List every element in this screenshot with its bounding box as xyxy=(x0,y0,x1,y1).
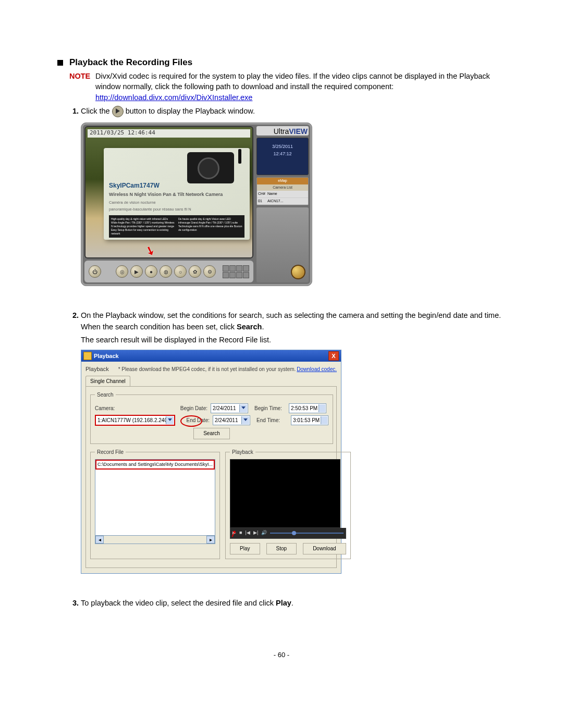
player-controls: ➚ ▶ ■ |◀ ▶| 🔊 xyxy=(230,528,346,539)
window-title: Playback xyxy=(94,352,119,361)
begin-date-value: 2/24/2011 xyxy=(213,404,236,412)
seek-track[interactable] xyxy=(270,533,343,534)
search-legend: Search xyxy=(95,391,116,399)
video-timestamp: 2011/03/25 12:46:44 xyxy=(88,129,250,138)
section-heading: Playback the Recording Files xyxy=(57,57,506,68)
begin-time-label: Begin Time: xyxy=(254,404,286,412)
red-arrow-icon: ➚ xyxy=(228,526,240,542)
layout-grid[interactable] xyxy=(223,265,249,278)
toolbar-btn-4[interactable]: ◍ xyxy=(160,265,172,278)
record-file-item[interactable]: C:\Documents and Settings\Cate\My Docume… xyxy=(95,460,215,470)
step2-text-c: The search result will be displayed in t… xyxy=(81,335,506,346)
titlebar: Playback X xyxy=(81,350,341,362)
playback-fieldset: Playback ➚ ▶ ■ |◀ ▶| 🔊 xyxy=(225,448,351,559)
begin-time-field[interactable]: 2:50:53 PM xyxy=(289,403,326,413)
note-text: Divx/Xvid codec is required for the syst… xyxy=(95,71,506,103)
toolbar-btn-1[interactable]: ◎ xyxy=(116,265,128,278)
ptz-knob-icon[interactable] xyxy=(291,265,305,279)
end-time-label: End Time: xyxy=(256,416,288,424)
camera-select[interactable]: 1:AICN1777W (192.168.2.240) xyxy=(95,415,175,426)
playback-window: Playback X Playback * Please download th… xyxy=(81,350,341,574)
logo-a: Ultra xyxy=(274,127,289,135)
download-codec-link[interactable]: Download codec. xyxy=(297,365,337,373)
tab-single-channel[interactable]: Single Channel xyxy=(85,376,130,386)
col-ch: CH# xyxy=(258,191,267,197)
begin-date-field[interactable]: 2/24/2011 xyxy=(211,403,248,413)
toolbar-btn-play[interactable]: ▶ xyxy=(130,265,143,278)
page-number: - 60 - xyxy=(57,651,506,659)
features-left: High-quality day & night vision with inf… xyxy=(111,217,175,236)
red-circle-icon xyxy=(180,415,202,427)
heading-bullet-icon xyxy=(57,60,63,66)
playback-label: Playback xyxy=(85,365,109,374)
step3-text-b: . xyxy=(291,599,293,607)
prev-icon[interactable]: |◀ xyxy=(246,529,250,537)
toolbar-btn-6[interactable]: ✿ xyxy=(189,265,201,278)
note-label: NOTE xyxy=(69,71,95,103)
col-name: Name xyxy=(267,191,277,197)
step3-text-a: To playback the video clip, select the d… xyxy=(81,599,276,607)
heading-text: Playback the Recording Files xyxy=(69,57,192,68)
search-fieldset: Search Camera: Begin Date: 2/24/2011 Beg… xyxy=(90,391,333,444)
step2-text-b: . xyxy=(262,323,264,331)
codec-msg: * Please download the MPEG4 codec, if it… xyxy=(118,365,297,373)
end-date-field[interactable]: 2/24/2011 xyxy=(213,415,250,425)
box-fr1: Caméra de vision nocturne xyxy=(109,200,244,205)
step1-text-b: button to display the Playback window. xyxy=(126,107,255,115)
download-button[interactable]: Download xyxy=(303,543,346,554)
record-file-list[interactable]: C:\Documents and Settings\Cate\My Docume… xyxy=(95,459,215,536)
features-right: De haute qualité day & night Vision avec… xyxy=(178,217,242,236)
toolbar-btn-7[interactable]: ⚙ xyxy=(203,265,216,278)
next-icon[interactable]: ▶| xyxy=(253,529,258,537)
video-view: 2011/03/25 12:46:44 SkyIPCam1747W Wirele… xyxy=(84,126,253,258)
ultraview-window: 2011/03/25 12:46:44 SkyIPCam1747W Wirele… xyxy=(81,122,312,286)
uv-toolbar: ⏻ ◎ ▶ ● ◍ ☼ ✿ ⚙ xyxy=(84,261,253,282)
product-box: SkyIPCam1747W Wireless N Night Vision Pa… xyxy=(104,148,250,240)
codec-link[interactable]: http://download.divx.com/divx/DivXInstal… xyxy=(95,93,252,102)
close-button[interactable]: X xyxy=(328,351,339,361)
vol-icon[interactable]: 🔊 xyxy=(261,529,267,537)
logo-b: VIEW xyxy=(289,127,308,135)
end-date-value: 2/24/2011 xyxy=(215,416,238,424)
side-time: 12:47:12 xyxy=(257,151,308,158)
h-scrollbar[interactable]: ◂ ▸ xyxy=(95,536,215,544)
note-block: NOTE Divx/Xvid codec is required for the… xyxy=(69,71,506,103)
step1-text-a: Click the xyxy=(81,107,112,115)
camera-row[interactable]: 01 AICN17... xyxy=(257,198,308,205)
step2-bold: Search xyxy=(237,323,262,331)
begin-date-label: Begin Date: xyxy=(176,404,207,412)
scroll-right-icon[interactable]: ▸ xyxy=(206,536,215,544)
cam-name: AICN17... xyxy=(267,199,283,204)
record-file-legend: Record File xyxy=(95,448,126,456)
playback-legend: Playback xyxy=(230,448,255,456)
window-icon xyxy=(83,352,92,360)
video-player xyxy=(230,459,340,528)
box-subtitle: Wireless N Night Vision Pan & Tilt Netwo… xyxy=(109,191,244,199)
step-1: Click the button to display the Playback… xyxy=(81,106,506,307)
search-button[interactable]: Search xyxy=(193,428,230,439)
ptz-controls[interactable] xyxy=(256,207,309,282)
toolbar-btn-5[interactable]: ☼ xyxy=(174,265,187,278)
begin-time-value: 2:50:53 PM xyxy=(291,404,317,412)
stop-icon[interactable]: ■ xyxy=(239,529,242,537)
camlist-header[interactable]: Camera List xyxy=(257,184,308,191)
red-arrow-icon: ➘ xyxy=(143,241,157,258)
camera-value: 1:AICN1777W (192.168.2.240) xyxy=(97,416,169,424)
step2-text-a: On the Playback window, set the conditio… xyxy=(81,311,501,331)
power-button[interactable]: ⏻ xyxy=(89,265,101,278)
scroll-left-icon[interactable]: ◂ xyxy=(95,536,104,544)
step3-bold: Play xyxy=(276,599,291,607)
end-date-label: End Date: xyxy=(178,416,210,424)
record-file-fieldset: Record File C:\Documents and Settings\Ca… xyxy=(90,448,220,559)
step-2: On the Playback window, set the conditio… xyxy=(81,310,506,595)
stop-button[interactable]: Stop xyxy=(266,543,297,554)
play-button[interactable]: Play xyxy=(230,543,260,554)
side-datetime: 3/25/2011 12:47:12 xyxy=(256,138,309,175)
box-fr2: panoramique-basculante pour réseau sans … xyxy=(109,206,244,212)
playback-button-icon xyxy=(112,106,124,117)
emap-header[interactable]: eMap xyxy=(257,178,308,184)
note-body: Divx/Xvid codec is required for the syst… xyxy=(95,72,490,91)
toolbar-btn-3[interactable]: ● xyxy=(145,265,157,278)
brand-logo: UltraVIEW xyxy=(256,126,309,135)
end-time-field[interactable]: 3:01:53 PM xyxy=(291,415,328,425)
